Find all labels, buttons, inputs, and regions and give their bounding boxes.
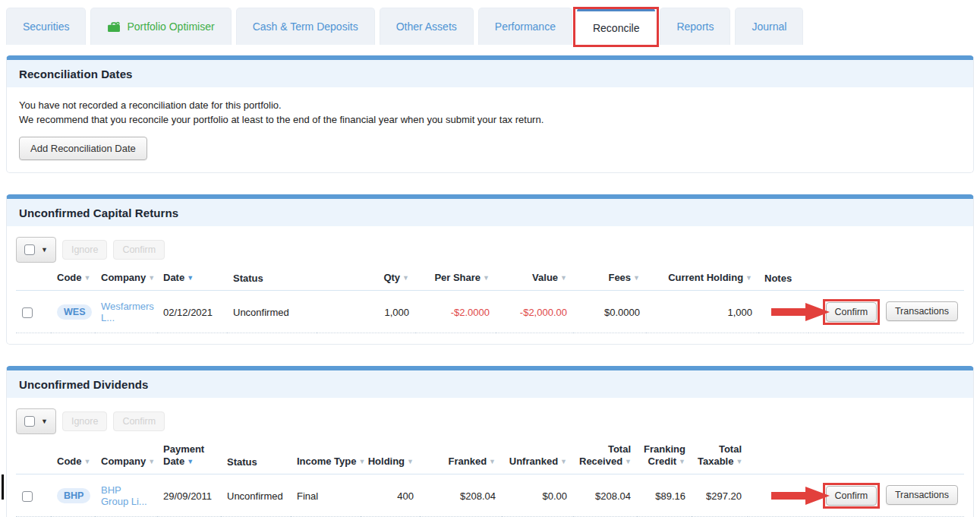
tab-securities[interactable]: Securities [6, 8, 86, 45]
dividend-row-bhp: BHP BHP Group Li... 29/09/2011 Unconfirm… [16, 474, 964, 517]
row-checkbox[interactable] [22, 307, 33, 318]
sort-caret-active-icon: ▼ [187, 458, 194, 465]
holding-code-badge[interactable]: BHP [57, 488, 90, 503]
cell-payment-date: 29/09/2011 [157, 474, 221, 517]
column-header-franking-credit[interactable]: Franking Credit▼ [637, 440, 692, 474]
confirm-button[interactable]: Confirm [826, 302, 878, 322]
column-header-income-type[interactable]: Income Type▼ [291, 440, 361, 474]
dividends-toolbar: ▼ Ignore Confirm [16, 408, 964, 434]
briefcase-gear-icon [107, 21, 121, 33]
cell-value: -$2,000.00 [496, 291, 573, 333]
cell-total-taxable: $297.20 [692, 474, 748, 517]
chevron-down-icon: ▼ [41, 247, 48, 254]
holding-code-badge[interactable]: WES [57, 304, 92, 320]
tab-portfolio-optimiser[interactable]: Portfolio Optimiser [90, 8, 231, 45]
sort-caret-icon: ▼ [625, 458, 632, 465]
cell-date: 02/12/2021 [157, 291, 227, 333]
column-header-holding[interactable]: Holding▼ [361, 440, 420, 474]
column-header-code[interactable]: Code▼ [51, 440, 95, 474]
column-header-actions [808, 269, 964, 291]
tab-other-assets[interactable]: Other Assets [380, 8, 474, 45]
column-header-payment-date[interactable]: Payment Date▼ [157, 440, 221, 474]
unconfirmed-capital-returns-panel: Unconfirmed Capital Returns ▼ Ignore Con… [6, 194, 974, 345]
tab-label: Other Assets [396, 20, 457, 33]
transactions-button[interactable]: Transactions [886, 485, 958, 505]
column-header-fees[interactable]: Fees▼ [573, 269, 646, 291]
capital-returns-toolbar: ▼ Ignore Confirm [16, 237, 964, 263]
reconciliation-dates-body: You have not recorded a reconciliation d… [7, 87, 973, 172]
cell-income-type: Final [291, 474, 361, 517]
company-link[interactable]: BHP Group Li... [101, 484, 147, 507]
transactions-button[interactable]: Transactions [886, 301, 958, 321]
screen-edge-artifact [2, 474, 4, 500]
column-header-per-share[interactable]: Per Share▼ [415, 269, 496, 291]
sort-caret-icon: ▼ [745, 274, 752, 282]
reconciliation-message-line1: You have not recorded a reconciliation d… [19, 98, 961, 112]
cell-actions: Confirm Transactions [748, 474, 964, 517]
tab-label: Journal [752, 20, 786, 33]
column-header-code[interactable]: Code▼ [51, 269, 95, 291]
column-header-franked[interactable]: Franked▼ [420, 440, 502, 474]
capital-returns-table: Code▼ Company▼ Date▼ Status Qty▼ Per Sha… [16, 269, 964, 333]
confirm-selected-button[interactable]: Confirm [113, 240, 165, 260]
select-all-checkbox[interactable] [24, 244, 35, 255]
confirm-selected-button[interactable]: Confirm [113, 411, 165, 431]
add-reconciliation-date-button[interactable]: Add Reconciliation Date [19, 137, 147, 160]
sort-caret-icon: ▼ [679, 458, 685, 465]
tab-label: Cash & Term Deposits [253, 20, 358, 33]
company-link[interactable]: Wesfarmers L... [101, 301, 154, 323]
column-header-unfranked[interactable]: Unfranked▼ [502, 440, 573, 474]
sort-caret-icon: ▼ [736, 458, 742, 465]
annotation-arrow-icon [771, 486, 830, 506]
column-header-status[interactable]: Status [221, 440, 291, 474]
column-header-company[interactable]: Company▼ [95, 440, 157, 474]
capital-return-row-wes: WES Wesfarmers L... 02/12/2021 Unconfirm… [16, 291, 964, 333]
tab-performance[interactable]: Performance [478, 8, 572, 45]
cell-fees: $0.0000 [573, 291, 646, 333]
cell-per-share: -$2.0000 [415, 291, 496, 333]
sort-caret-icon: ▼ [489, 458, 496, 465]
unconfirmed-dividends-panel: Unconfirmed Dividends ▼ Ignore Confirm [6, 366, 974, 517]
ignore-button[interactable]: Ignore [62, 240, 107, 260]
column-header-total-received[interactable]: Total Received▼ [573, 440, 637, 474]
cell-franked: $208.04 [420, 474, 502, 517]
dividends-body: ▼ Ignore Confirm Code▼ Company▼ Payment … [7, 398, 973, 517]
annotation-arrow-icon [771, 302, 830, 322]
column-header-total-taxable[interactable]: Total Taxable▼ [692, 440, 748, 474]
cell-current-holding: 1,000 [646, 291, 758, 333]
cell-total-received: $208.04 [573, 474, 637, 517]
tab-label: Reconcile [593, 22, 639, 34]
tab-label: Reports [676, 20, 714, 33]
tab-cash-term-deposits[interactable]: Cash & Term Deposits [236, 8, 375, 45]
cell-status: Unconfirmed [227, 291, 317, 333]
cell-franking-credit: $89.16 [637, 474, 692, 517]
tab-reports[interactable]: Reports [660, 8, 730, 45]
confirm-button[interactable]: Confirm [826, 486, 878, 506]
cell-status: Unconfirmed [221, 474, 291, 517]
sort-caret-icon: ▼ [560, 458, 567, 465]
select-all-dropdown[interactable]: ▼ [16, 237, 56, 263]
column-header-value[interactable]: Value▼ [496, 269, 573, 291]
tab-reconcile[interactable]: Reconcile [577, 8, 655, 45]
tab-journal[interactable]: Journal [735, 8, 803, 45]
select-all-dropdown[interactable]: ▼ [16, 408, 56, 434]
tab-label: Performance [495, 20, 556, 33]
capital-returns-header-row: Code▼ Company▼ Date▼ Status Qty▼ Per Sha… [16, 269, 964, 291]
row-checkbox[interactable] [22, 491, 33, 502]
column-header-company[interactable]: Company▼ [95, 269, 157, 291]
checkbox-column-header [16, 269, 51, 291]
sort-caret-icon: ▼ [84, 458, 91, 465]
annotation-box-confirm: Confirm [823, 299, 881, 325]
column-header-current-holding[interactable]: Current Holding▼ [646, 269, 758, 291]
portfolio-reconcile-page: Securities Portfolio Optimiser Cash & Te… [0, 0, 980, 517]
column-header-status[interactable]: Status [227, 269, 317, 291]
section-title-dividends: Unconfirmed Dividends [7, 370, 973, 398]
select-all-checkbox[interactable] [24, 416, 35, 427]
tab-bar: Securities Portfolio Optimiser Cash & Te… [0, 0, 980, 45]
column-header-date[interactable]: Date▼ [157, 269, 227, 291]
sort-caret-active-icon: ▼ [187, 274, 194, 282]
cell-holding: 400 [361, 474, 420, 517]
column-header-qty[interactable]: Qty▼ [317, 269, 415, 291]
ignore-button[interactable]: Ignore [62, 411, 107, 431]
sort-caret-icon: ▼ [359, 458, 366, 465]
